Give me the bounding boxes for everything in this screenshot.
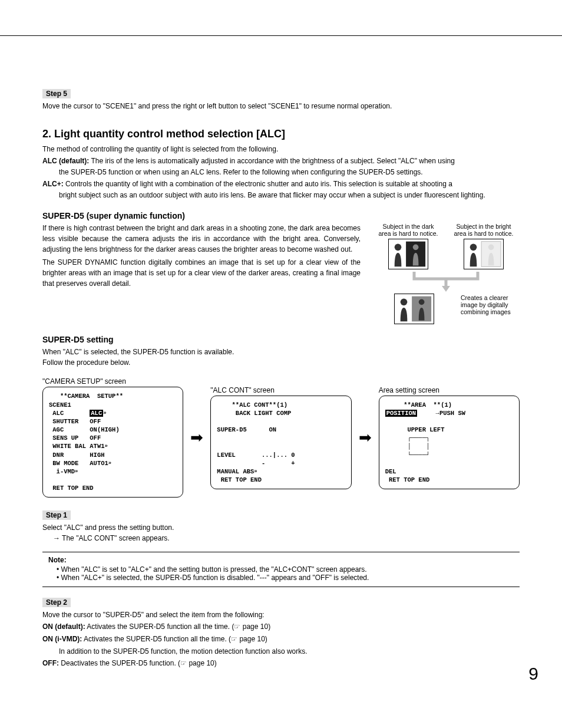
- diagram-bright-image: [464, 239, 504, 269]
- superd5-setting-line1: When "ALC" is selected, the SUPER-D5 fun…: [42, 347, 520, 357]
- step2-off-term: OFF:: [42, 659, 59, 667]
- area-screen-label: Area setting screen: [379, 386, 520, 394]
- step2-onivmd-term: ON (i-VMD):: [42, 635, 82, 643]
- alc-default-term: ALC (default):: [42, 157, 89, 165]
- camera-setup-screen-label: "CAMERA SETUP" screen: [42, 377, 183, 386]
- step2-onivmd-text: Activates the SUPER-D5 function all the …: [82, 635, 267, 643]
- document-page: Step 5 Move the cursor to "SCENE1" and p…: [0, 35, 562, 696]
- svg-point-5: [488, 245, 494, 251]
- alc-plus-term: ALC+:: [42, 180, 64, 188]
- step2-off-text: Deactivates the SUPER-D5 function. (☞ pa…: [59, 659, 217, 667]
- step2-on-term: ON (default):: [42, 622, 85, 631]
- step5-badge: Step 5: [42, 89, 71, 98]
- diagram-dark-caption: Subject in the dark area is hard to noti…: [376, 223, 441, 237]
- note-bullet-2: When "ALC+" is selected, the SUPER-D5 fu…: [57, 574, 520, 582]
- alc-default-line1: The iris of the lens is automatically ad…: [89, 157, 455, 165]
- step5-text: Move the cursor to "SCENE1" and press th…: [42, 101, 520, 111]
- superd5-diagram: Subject in the dark area is hard to noti…: [372, 223, 520, 324]
- arrow-right-icon: ➡: [189, 430, 204, 445]
- step2-onivmd-extra: In addition to the SUPER-D5 function, th…: [42, 646, 520, 657]
- svg-point-8: [401, 299, 408, 306]
- alc-plus-line1: Controls the quantity of light with a co…: [64, 180, 452, 188]
- superd5-para2: The SUPER DYNAMIC function digitally com…: [42, 257, 361, 289]
- note-bullet-1: When "ALC" is set to "ALC+" and the sett…: [57, 565, 520, 574]
- page-number: 9: [528, 664, 538, 684]
- superd5-heading: SUPER-D5 (super dynamic function): [42, 211, 520, 220]
- alc-cont-screen: **ALC CONT**(1) BACK LIGHT COMP SUPER-D5…: [210, 396, 351, 490]
- svg-point-1: [395, 244, 402, 251]
- step2-intro: Move the cursor to "SUPER-D5" and select…: [42, 610, 520, 620]
- area-setting-screen: **AREA **(1) POSITION →PUSH SW UPPER LEF…: [379, 396, 520, 490]
- note-label: Note:: [42, 556, 520, 564]
- diagram-dark-image: [388, 239, 428, 269]
- step2-badge: Step 2: [42, 598, 71, 607]
- superd5-setting-line2: Follow the procedure below.: [42, 357, 520, 368]
- svg-point-9: [419, 299, 425, 305]
- alc-cont-screen-label: "ALC CONT" screen: [210, 386, 351, 394]
- diagram-result-caption: Creates a clearer image by digitally com…: [461, 294, 520, 315]
- alc-plus-def: ALC+: Controls the quantity of light wit…: [42, 179, 520, 200]
- section2-heading: 2. Light quantity control method selecti…: [42, 128, 520, 140]
- step2-on-text: Activates the SUPER-D5 function all the …: [85, 622, 270, 631]
- superd5-para1: If there is high contrast between the br…: [42, 223, 361, 255]
- alc-plus-line2: bright subject such as an outdoor subjec…: [42, 190, 520, 201]
- section2-intro: The method of controlling the quantity o…: [42, 144, 520, 154]
- diagram-result-image: [394, 294, 434, 324]
- alc-default-line2: the SUPER-D5 function or when using an A…: [42, 167, 520, 178]
- svg-marker-6: [442, 286, 450, 292]
- merge-arrow-icon: [387, 272, 505, 292]
- superd5-setting-heading: SUPER-D5 setting: [42, 335, 520, 344]
- arrow-right-icon: ➡: [358, 430, 373, 445]
- step1-line1: Select "ALC" and press the setting butto…: [42, 522, 520, 533]
- step1-badge: Step 1: [42, 510, 71, 520]
- svg-point-2: [413, 245, 419, 251]
- diagram-bright-caption: Subject in the bright area is hard to no…: [451, 223, 516, 237]
- note-block: Note: When "ALC" is set to "ALC+" and th…: [42, 552, 520, 587]
- alc-default-def: ALC (default): The iris of the lens is a…: [42, 156, 520, 177]
- step1-line2: → The "ALC CONT" screen appears.: [53, 533, 520, 543]
- svg-point-4: [470, 244, 477, 251]
- camera-setup-screen: **CAMERA SETUP** SCENE1 ALC ALC» SHUTTER…: [42, 387, 183, 498]
